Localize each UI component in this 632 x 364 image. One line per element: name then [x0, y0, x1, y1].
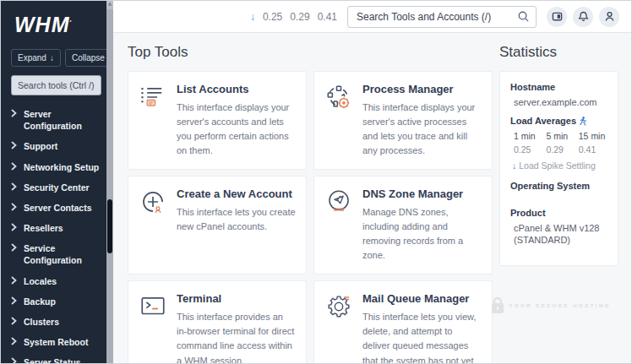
- load-val-1min: 0.25: [514, 144, 537, 155]
- load-5min: 0.29: [290, 11, 309, 23]
- scrollbar-up-arrow-icon[interactable]: ˄: [106, 1, 113, 9]
- chevron-right-icon: [11, 357, 17, 364]
- statistics-title: Statistics: [499, 44, 618, 61]
- card-title: List Accounts: [177, 83, 296, 95]
- card-title: Mail Queue Manager: [362, 292, 482, 305]
- card-description: This interface displays your server's ac…: [177, 101, 296, 158]
- sidebar-item-resellers[interactable]: Resellers: [11, 218, 101, 238]
- load-down-arrow-icon: ↓: [250, 11, 255, 23]
- card-title: Terminal: [177, 292, 296, 305]
- user-profile-button[interactable]: [599, 7, 619, 27]
- card-description: This interface provides an in-browser te…: [177, 310, 296, 363]
- load-averages-table: 1 min 5 min 15 min 0.25 0.29 0.41: [514, 131, 607, 155]
- product-value-line1: cPanel & WHM v128: [514, 223, 607, 233]
- search-icon[interactable]: [517, 10, 530, 23]
- spike-down-arrow-icon: ↓: [512, 160, 516, 171]
- operating-system-label: Operating System: [510, 181, 607, 191]
- expand-all-button[interactable]: Expand ↓: [11, 49, 61, 67]
- card-description: This interface displays your server's ac…: [362, 101, 482, 158]
- top-tools-title: Top Tools: [128, 44, 493, 61]
- mail-queue-icon: [324, 292, 353, 321]
- card-description: This interface lets you view, delete, an…: [362, 310, 482, 363]
- header-load-averages[interactable]: ↓ 0.25 0.29 0.41: [250, 11, 337, 23]
- list-accounts-icon: [139, 83, 167, 111]
- whm-logo-text: WHM: [14, 13, 69, 36]
- card-title: Create a New Account: [177, 187, 296, 200]
- user-icon: [604, 11, 615, 22]
- sidebar-item-backup[interactable]: Backup: [11, 291, 101, 312]
- sidebar-item-label: Service Configuration: [24, 242, 101, 266]
- card-create-new-account[interactable]: Create a New Account This interface lets…: [128, 176, 307, 274]
- sidebar-item-label: Networking Setup: [24, 161, 99, 173]
- feature-showcase-button[interactable]: [547, 7, 567, 27]
- card-process-manager[interactable]: Process Manager This interface displays …: [313, 71, 493, 170]
- load-val-5min: 0.29: [546, 144, 569, 155]
- sidebar-scrollbar-thumb[interactable]: [107, 199, 112, 253]
- logo-trademark: ′: [69, 19, 72, 26]
- content-area: Top Tools List Acco: [113, 33, 631, 363]
- sidebar-item-label: Locales: [24, 275, 57, 287]
- load-col-15min: 15 min: [579, 131, 607, 141]
- sidebar-item-system-reboot[interactable]: System Reboot: [11, 332, 101, 352]
- chevron-right-icon: [11, 109, 17, 117]
- statistics-panel: Statistics Hostname server.example.com L…: [499, 44, 618, 363]
- load-col-5min: 5 min: [546, 131, 569, 141]
- svg-text:DNS: DNS: [334, 207, 345, 212]
- chevron-right-icon: [11, 276, 17, 285]
- header-search-input[interactable]: [347, 6, 537, 28]
- chevron-right-icon: [11, 243, 17, 252]
- sidebar-item-support[interactable]: Support: [11, 136, 101, 156]
- sidebar-item-label: System Reboot: [24, 336, 88, 348]
- sidebar: WHM′ Expand ↓ Collapse ↑ Server Configur…: [1, 1, 113, 364]
- card-mail-queue-manager[interactable]: Mail Queue Manager This interface lets y…: [313, 280, 493, 363]
- chevron-right-icon: [11, 162, 17, 171]
- main-column: ↓ 0.25 0.29 0.41 Top Tools: [113, 1, 631, 363]
- sidebar-item-label: Support: [24, 140, 57, 152]
- sidebar-item-server-status[interactable]: Server Status: [11, 352, 101, 364]
- chevron-right-icon: [11, 337, 17, 345]
- sidebar-item-label: Clusters: [24, 316, 59, 328]
- sidebar-search-input[interactable]: [11, 75, 101, 95]
- sidebar-item-label: Security Center: [24, 182, 90, 193]
- card-title: DNS Zone Manager: [362, 187, 482, 200]
- sidebar-item-server-configuration[interactable]: Server Configuration: [11, 104, 101, 136]
- card-dns-zone-manager[interactable]: DNS DNS Zone Manager Manage DNS zones, i…: [313, 176, 493, 274]
- sidebar-item-clusters[interactable]: Clusters: [11, 312, 101, 332]
- sidebar-item-networking-setup[interactable]: Networking Setup: [11, 157, 101, 177]
- sidebar-item-label: Server Configuration: [24, 108, 101, 132]
- card-list-accounts[interactable]: List Accounts This interface displays yo…: [128, 71, 307, 170]
- chevron-right-icon: [11, 203, 17, 211]
- sidebar-item-label: Backup: [24, 296, 56, 307]
- sidebar-scrollbar[interactable]: ˄: [106, 1, 113, 364]
- card-title: Process Manager: [362, 83, 482, 95]
- whm-logo[interactable]: WHM′: [14, 13, 101, 37]
- header-search: [347, 6, 537, 28]
- load-spike-status: ↓ Load Spike Settling: [512, 160, 607, 171]
- chevron-right-icon: [11, 317, 17, 325]
- chevron-right-icon: [11, 223, 17, 231]
- chevron-right-icon: [11, 141, 17, 149]
- top-tools-cards: List Accounts This interface displays yo…: [128, 71, 493, 363]
- hostname-label: Hostname: [510, 82, 607, 92]
- sidebar-item-label: Server Status: [24, 356, 81, 364]
- hostname-value: server.example.com: [514, 97, 607, 107]
- chevron-right-icon: [11, 296, 17, 305]
- notifications-button[interactable]: [573, 7, 593, 27]
- load-col-1min: 1 min: [514, 131, 537, 141]
- sidebar-item-security-center[interactable]: Security Center: [11, 177, 101, 198]
- sidebar-item-service-configuration[interactable]: Service Configuration: [11, 238, 101, 270]
- sidebar-item-server-contacts[interactable]: Server Contacts: [11, 198, 101, 218]
- dns-zone-icon: DNS: [324, 187, 353, 216]
- spike-text: Load Spike Settling: [519, 160, 595, 171]
- chevron-right-icon: [11, 182, 17, 191]
- sidebar-item-locales[interactable]: Locales: [11, 271, 101, 291]
- load-val-15min: 0.41: [579, 144, 607, 155]
- sidebar-nav: Server Configuration Support Networking …: [11, 104, 101, 364]
- load-averages-label-text: Load Averages: [510, 116, 576, 126]
- load-runner-icon: [579, 117, 586, 126]
- expand-label: Expand: [18, 53, 46, 62]
- collapse-label: Collapse: [72, 53, 105, 62]
- terminal-icon: [139, 292, 167, 321]
- card-terminal[interactable]: Terminal This interface provides an in-b…: [128, 280, 307, 363]
- bell-icon: [578, 11, 589, 22]
